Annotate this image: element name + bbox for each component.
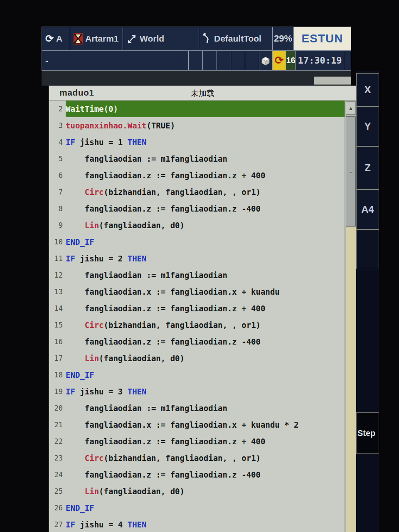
load-status-label: 未加载: [49, 88, 356, 99]
ref-frame-cell[interactable]: World: [123, 27, 199, 50]
code-segment: [66, 221, 85, 230]
code-segment: IF: [66, 520, 75, 529]
code-segment: END_IF: [66, 237, 94, 246]
code-line[interactable]: 11IF jishu = 2 THEN: [49, 250, 345, 267]
code-segment: WaitTime(0): [66, 104, 118, 113]
line-text: Circ(bizhandian, fangliaodian, , or1): [66, 184, 345, 200]
line-text: fangliaodian := m1fangliaodian: [66, 150, 345, 167]
code-line[interactable]: 6 fangliaodian.z := fangliaodian.z + 400: [49, 167, 345, 184]
empty-cell: [189, 51, 203, 70]
line-number: 13: [49, 283, 66, 300]
line-number: 24: [49, 466, 66, 483]
code-segment: [66, 320, 85, 330]
code-line[interactable]: 4IF jishu = 1 THEN: [49, 134, 345, 150]
code-segment: fangliaodian.x := fangliaodian.x + kuand…: [66, 287, 280, 296]
clock-value: 17:30:19: [298, 55, 342, 66]
line-number: 16: [49, 333, 66, 350]
code-line[interactable]: 23 Circ(bizhandian, fangliaodian, , or1): [49, 450, 345, 466]
code-line[interactable]: 9 Lin(fangliaodian, d0): [49, 217, 345, 234]
sub-strip-bar: [314, 76, 351, 85]
code-segment: THEN: [128, 520, 147, 529]
code-line[interactable]: 12 fangliaodian := m1fangliaodian: [49, 267, 345, 283]
code-segment: Lin: [85, 221, 99, 230]
code-segment: [66, 453, 85, 463]
line-number: 20: [49, 400, 66, 416]
code-segment: fangliaodian := m1fangliaodian: [66, 154, 227, 163]
jog-button-x[interactable]: X: [356, 73, 379, 106]
line-text: END_IF: [66, 234, 345, 250]
code-line[interactable]: 10END_IF: [49, 234, 345, 250]
code-segment: fangliaodian := m1fangliaodian: [66, 271, 227, 280]
code-segment: fangliaodian.x := fangliaodian.x + kuand…: [66, 420, 299, 429]
code-line[interactable]: 17 Lin(fangliaodian, d0): [49, 350, 345, 367]
code-line[interactable]: 25 Lin(fangliaodian, d0): [49, 483, 345, 500]
code-line[interactable]: 26END_IF: [49, 500, 345, 516]
line-text: IF jishu = 3 THEN: [66, 383, 345, 400]
speed-override-cell[interactable]: 29%: [273, 27, 294, 50]
code-line[interactable]: 18END_IF: [49, 367, 345, 383]
scroll-up-button[interactable]: ▲: [346, 101, 356, 115]
cycle-mode-cell[interactable]: ⟳: [273, 51, 286, 70]
code-line[interactable]: 14 fangliaodian.z := fangliaodian.z + 40…: [49, 300, 345, 317]
line-text: WaitTime(0): [66, 101, 345, 117]
code-line[interactable]: 22 fangliaodian.z := fangliaodian.z + 40…: [49, 433, 345, 450]
line-number: 7: [49, 184, 66, 200]
line-text: tuopanxinhao.Wait(TRUE): [66, 117, 345, 134]
code-segment: jishu = 1: [75, 138, 128, 147]
line-text: fangliaodian := m1fangliaodian: [66, 400, 345, 416]
code-line[interactable]: 2WaitTime(0): [49, 101, 345, 117]
scrollbar-thumb[interactable]: =: [346, 116, 356, 227]
code-segment: Lin: [85, 487, 99, 496]
status-message: -: [45, 55, 48, 66]
code-line[interactable]: 5 fangliaodian := m1fangliaodian: [49, 150, 345, 167]
code-segment: Circ: [85, 453, 104, 463]
code-line[interactable]: 24 fangliaodian.z := fangliaodian.z -400: [49, 466, 345, 483]
line-text: IF jishu = 2 THEN: [66, 250, 345, 267]
tool-icon: [202, 32, 212, 45]
line-number: 25: [49, 483, 66, 500]
code-segment: fangliaodian := m1fangliaodian: [66, 404, 227, 413]
empty-cell: [231, 51, 245, 70]
code-line[interactable]: 19IF jishu = 3 THEN: [49, 383, 345, 400]
code-line[interactable]: 7 Circ(bizhandian, fangliaodian, , or1): [49, 184, 345, 200]
jog-button-blank[interactable]: [356, 229, 379, 269]
step-button[interactable]: Step: [356, 412, 379, 454]
line-text: Circ(bizhandian, fangliaodian, , or1): [66, 450, 345, 466]
line-number: 21: [49, 416, 66, 433]
code-line[interactable]: 27IF jishu = 4 THEN: [49, 516, 345, 532]
workpiece-cell: [259, 51, 273, 70]
code-area[interactable]: 2WaitTime(0)3tuopanxinhao.Wait(TRUE)4IF …: [49, 101, 345, 532]
mode-cell[interactable]: ⟳ A: [42, 27, 70, 50]
frame-arrows-icon: [126, 33, 137, 44]
tool-cell[interactable]: DefaultTool: [199, 27, 273, 50]
line-number: 27: [49, 516, 66, 532]
code-line[interactable]: 20 fangliaodian := m1fangliaodian: [49, 400, 345, 416]
code-line[interactable]: 21 fangliaodian.x := fangliaodian.x + ku…: [49, 416, 345, 433]
line-text: END_IF: [66, 500, 345, 516]
code-segment: (fangliaodian, d0): [99, 354, 185, 363]
jog-button-z[interactable]: Z: [356, 146, 379, 190]
vertical-scrollbar[interactable]: ▲ =: [345, 101, 356, 532]
line-number: 9: [49, 217, 66, 234]
line-number: 2: [49, 101, 66, 117]
robot-cell[interactable]: Artarm1: [70, 27, 123, 50]
jog-button-a4[interactable]: A4: [356, 190, 379, 229]
code-segment: fangliaodian.z := fangliaodian.z -400: [66, 470, 261, 479]
line-number: 18: [49, 367, 66, 383]
code-line[interactable]: 15 Circ(bizhandian, fangliaodian, , or1): [49, 317, 345, 333]
tool-name: DefaultTool: [214, 34, 261, 44]
line-number: 3: [49, 117, 66, 134]
line-text: fangliaodian.x := fangliaodian.x + kuand…: [66, 416, 345, 433]
line-number: 10: [49, 234, 66, 250]
code-line[interactable]: 3tuopanxinhao.Wait(TRUE): [49, 117, 345, 134]
code-segment: fangliaodian.z := fangliaodian.z + 400: [66, 304, 265, 313]
code-segment: IF: [66, 254, 75, 263]
code-segment: fangliaodian.z := fangliaodian.z -400: [66, 204, 261, 213]
code-line[interactable]: 16 fangliaodian.z := fangliaodian.z -400: [49, 333, 345, 350]
jog-button-y[interactable]: Y: [356, 106, 379, 146]
line-number: 4: [49, 134, 66, 150]
code-line[interactable]: 8 fangliaodian.z := fangliaodian.z -400: [49, 200, 345, 217]
scrollbar-track[interactable]: [346, 227, 356, 532]
code-segment: (fangliaodian, d0): [99, 487, 185, 496]
code-line[interactable]: 13 fangliaodian.x := fangliaodian.x + ku…: [49, 283, 345, 300]
